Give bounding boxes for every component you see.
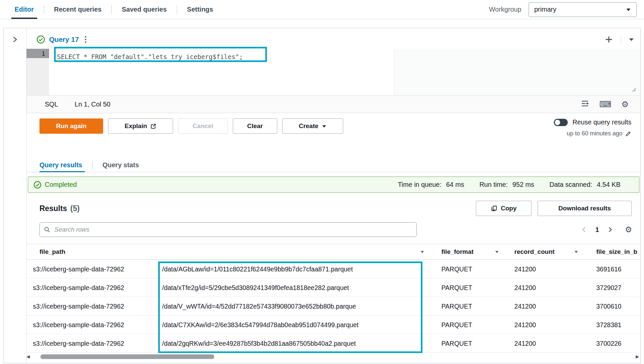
metric-label: Run time: xyxy=(480,181,508,188)
cell-record-count: 241200 xyxy=(514,321,536,328)
query-tab-title[interactable]: Query 17 xyxy=(49,36,79,43)
tab-editor[interactable]: Editor xyxy=(5,0,44,19)
cell-record-count: 241200 xyxy=(514,302,536,310)
new-query-tab-button[interactable] xyxy=(604,35,613,44)
clear-button[interactable]: Clear xyxy=(233,118,277,134)
run-again-button[interactable]: Run again xyxy=(39,118,103,134)
editor-settings-gear-icon[interactable]: ⚙ xyxy=(621,100,629,109)
results-tabs: Query results Query stats xyxy=(27,158,640,172)
cell-file-path-prefix: s3://iceberg-sample-data-72962 xyxy=(33,321,160,328)
column-header-file-path[interactable]: file_path xyxy=(39,248,65,255)
metric-value: 952 ms xyxy=(512,181,534,188)
query-tab-header: Query 17 xyxy=(27,31,640,48)
tab-query-results[interactable]: Query results xyxy=(39,158,91,172)
scroll-left-arrow-icon[interactable]: ◀ xyxy=(27,354,30,359)
caret-down-icon xyxy=(626,7,631,12)
column-header-file-format[interactable]: file_format xyxy=(441,248,474,255)
metric-time-in-queue: Time in queue: 64 ms xyxy=(398,181,464,188)
sort-caret-icon[interactable] xyxy=(420,250,425,255)
table-row: s3://iceberg-sample-data-72962 /data/xTf… xyxy=(27,278,640,297)
editor-resize-grip[interactable] xyxy=(630,86,637,94)
workgroup-select[interactable]: primary xyxy=(529,2,637,17)
copy-icon xyxy=(491,205,497,212)
cell-file-size: 3700610 xyxy=(596,302,621,310)
metric-value: 4.54 KB xyxy=(597,181,620,188)
success-check-icon xyxy=(33,181,41,189)
column-header-file-size[interactable]: file_size_in_b xyxy=(596,248,637,255)
caret-down-icon xyxy=(628,36,634,42)
tab-saved-queries[interactable]: Saved queries xyxy=(112,0,177,19)
copy-label: Copy xyxy=(501,205,517,212)
sql-code-editor[interactable]: 1 SELECT * FROM "default"."lets_try_iceb… xyxy=(27,49,640,95)
line-number: 1 xyxy=(41,50,45,57)
cell-file-path-prefix: s3://iceberg-sample-data-72962 xyxy=(33,339,160,347)
copy-button[interactable]: Copy xyxy=(476,201,532,216)
results-tab-divider xyxy=(92,161,93,170)
toggle-knob xyxy=(555,120,560,125)
horizontal-scrollbar: ◀ ▶ xyxy=(27,354,638,359)
metric-run-time: Run time: 952 ms xyxy=(480,181,534,188)
create-button[interactable]: Create xyxy=(282,118,343,134)
workgroup-value: primary xyxy=(534,6,556,13)
cell-file-format: PARQUET xyxy=(441,339,472,347)
tab-query-stats-label: Query stats xyxy=(102,161,139,169)
search-rows-input[interactable] xyxy=(54,226,413,234)
scroll-right-arrow-icon[interactable]: ▶ xyxy=(636,354,639,359)
search-rows-box[interactable] xyxy=(39,222,417,237)
cell-file-path-prefix: s3://iceberg-sample-data-72962 xyxy=(33,302,160,310)
tab-saved-queries-label: Saved queries xyxy=(122,6,167,13)
query-status-text: Completed xyxy=(45,181,77,188)
check-circle-icon xyxy=(36,35,45,44)
results-settings-gear-icon[interactable]: ⚙ xyxy=(625,226,632,234)
collapsed-sidebar xyxy=(4,28,27,363)
external-link-icon xyxy=(150,123,157,129)
sql-statement[interactable]: SELECT * FROM "default"."lets_try_iceber… xyxy=(57,53,243,60)
cancel-label: Cancel xyxy=(193,122,213,130)
cell-file-format: PARQUET xyxy=(441,321,472,328)
search-icon xyxy=(44,226,50,233)
cell-file-path: /data/C7XKAw/id=2/6e3834c547994d78ab0eab… xyxy=(162,321,358,328)
cursor-position: Ln 1, Col 50 xyxy=(75,101,110,108)
results-count: (5) xyxy=(70,204,80,213)
cell-file-format: PARQUET xyxy=(441,284,472,291)
tab-settings[interactable]: Settings xyxy=(177,0,223,19)
tab-recent-queries-label: Recent queries xyxy=(54,6,101,13)
reuse-note: up to 60 minutes ago xyxy=(567,130,622,137)
cancel-button[interactable]: Cancel xyxy=(178,118,228,134)
download-results-label: Download results xyxy=(558,205,611,212)
explain-button[interactable]: Explain xyxy=(108,118,173,134)
page-next-icon[interactable] xyxy=(606,226,613,233)
results-title: Results xyxy=(39,204,67,213)
cell-record-count: 241200 xyxy=(514,284,536,291)
sort-caret-icon[interactable] xyxy=(574,250,579,255)
editor-gutter: 1 xyxy=(27,49,49,95)
kebab-menu-icon[interactable] xyxy=(84,35,87,44)
query-tabs-dropdown-button[interactable] xyxy=(628,36,634,42)
scrollbar-thumb[interactable] xyxy=(40,354,214,359)
tab-recent-queries[interactable]: Recent queries xyxy=(44,0,111,19)
cell-record-count: 241200 xyxy=(514,265,536,273)
results-header: Results (5) Copy Download results xyxy=(27,200,640,216)
workgroup-label: Workgroup xyxy=(489,6,521,13)
column-header-record-count[interactable]: record_count xyxy=(514,248,554,255)
cell-file-format: PARQUET xyxy=(441,302,472,310)
athena-query-editor: Editor Recent queries Saved queries Sett… xyxy=(0,0,644,364)
cell-record-count: 241200 xyxy=(514,339,536,347)
reuse-query-results-toggle[interactable] xyxy=(554,119,568,126)
page-previous-icon[interactable] xyxy=(581,226,588,233)
chevron-right-icon xyxy=(11,36,19,43)
header-divider xyxy=(621,35,621,44)
keyboard-shortcuts-icon[interactable]: ⌨ xyxy=(599,100,611,109)
explain-label: Explain xyxy=(125,122,147,130)
current-page[interactable]: 1 xyxy=(595,226,599,234)
sort-caret-icon[interactable] xyxy=(494,250,499,255)
tab-query-stats[interactable]: Query stats xyxy=(94,158,148,172)
edit-pencil-icon[interactable] xyxy=(625,130,631,137)
format-query-icon[interactable] xyxy=(581,99,589,109)
download-results-button[interactable]: Download results xyxy=(538,201,632,216)
plus-icon xyxy=(604,35,613,44)
results-table: file_path file_format record_count file_… xyxy=(27,244,640,351)
results-toolbar: 1 ⚙ xyxy=(27,222,640,237)
reuse-query-results-label: Reuse query results xyxy=(572,118,631,126)
expand-sidebar-button[interactable] xyxy=(11,36,19,45)
